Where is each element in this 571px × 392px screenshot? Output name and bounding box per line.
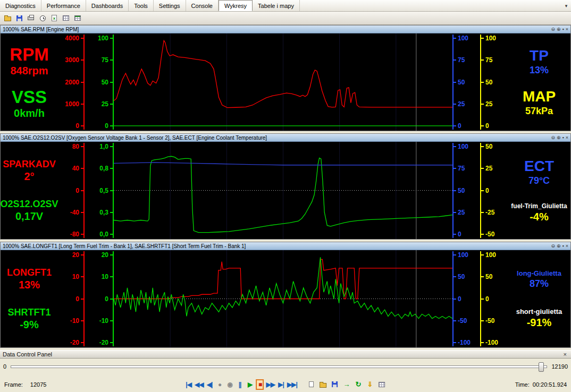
record-button[interactable]: ◉: [226, 380, 234, 389]
param-short-giulietta: short-giulietta -91%: [516, 308, 562, 328]
tab-tools[interactable]: Tools: [129, 0, 154, 11]
plot-area[interactable]: [114, 142, 452, 239]
skip-start-button[interactable]: |◀: [184, 380, 192, 389]
chart-title-icons: ⊖⊕▪×: [551, 134, 568, 141]
save-log-icon[interactable]: [330, 380, 340, 389]
tick-label: -20: [70, 339, 79, 346]
table-icon[interactable]: [72, 13, 83, 23]
toolbar-icons: [0, 12, 571, 25]
right-parameter-labels: ECT 79°C fuel-Trim_Giulietta -4%: [508, 142, 570, 239]
axis-line: [480, 251, 481, 346]
axis-map: 1007550250: [480, 33, 508, 131]
tick-label: -50: [485, 317, 494, 325]
zoom-in-icon[interactable]: ⊕: [557, 243, 561, 250]
tab-settings[interactable]: Settings: [154, 0, 186, 11]
open-log-icon: [320, 383, 326, 388]
print-icon[interactable]: [26, 13, 36, 23]
param-ect: ECT 79°C: [524, 159, 554, 185]
record-off-button[interactable]: ●: [216, 380, 224, 389]
chart-title-bar[interactable]: 1000% SAE.LONGFT1 [Long Term Fuel Trim -…: [1, 242, 570, 250]
data-table-icon: [379, 382, 385, 387]
axis-line: [452, 251, 454, 346]
pin-icon[interactable]: ▪: [562, 243, 564, 250]
close-icon[interactable]: ×: [562, 351, 568, 357]
skip-end-button[interactable]: ▶▶|: [287, 380, 297, 389]
param-sparkadv: SPARKADV 2°: [3, 159, 56, 182]
play-button[interactable]: ▶: [246, 380, 254, 389]
tick-label: 0: [75, 122, 79, 130]
timeline-slider[interactable]: [11, 365, 547, 368]
tab-console[interactable]: Console: [186, 0, 219, 11]
tick-label: 100: [458, 251, 468, 259]
clock-icon[interactable]: [37, 13, 48, 23]
tick-label: 25: [458, 209, 465, 216]
tick-label: 2000: [65, 79, 79, 86]
fast-forward-button[interactable]: ▶▶: [266, 380, 275, 389]
excel-export-icon[interactable]: [49, 13, 60, 23]
param-name: fuel-Trim_Giulietta: [511, 203, 567, 209]
tab-performance[interactable]: Performance: [41, 0, 86, 11]
pause-button[interactable]: ||: [236, 380, 244, 389]
right-parameter-labels: TP 13% MAP 57kPa: [508, 33, 570, 131]
tick-label: 0: [105, 295, 108, 303]
chart-title-bar[interactable]: 1000% SAE.RPM [Engine RPM] ⊖⊕▪×: [1, 25, 570, 33]
open-file-icon[interactable]: [2, 13, 13, 23]
tab-dashboards[interactable]: Dashboards: [86, 0, 129, 11]
open-log-icon[interactable]: [318, 380, 328, 389]
close-icon[interactable]: ×: [566, 243, 568, 250]
grid-icon[interactable]: [61, 13, 71, 23]
axis-ect: 1007550250: [452, 142, 480, 239]
tick-label: 0: [485, 295, 489, 303]
export-icon[interactable]: →: [342, 380, 351, 389]
chart-title-bar[interactable]: 1000% SAE.O2S12.O2SV [Oxygen Sensor Volt…: [1, 134, 570, 142]
save-icon[interactable]: [14, 13, 24, 23]
zoom-in-icon[interactable]: ⊕: [557, 134, 561, 141]
zoom-out-icon[interactable]: ⊖: [551, 26, 555, 33]
param-name: SHRTFT1: [8, 308, 51, 317]
tick-label: -100: [458, 339, 471, 346]
data-table-icon[interactable]: [377, 380, 387, 389]
param-value: 848rpm: [10, 65, 48, 76]
zoom-out-icon[interactable]: ⊖: [551, 134, 555, 141]
tab-wykresy[interactable]: Wykresy: [219, 0, 253, 11]
left-parameter-labels: RPM 848rpm VSS 0km/h: [1, 33, 58, 131]
plot-area[interactable]: [114, 33, 452, 131]
refresh-icon[interactable]: ↻: [354, 380, 363, 389]
step-forward-button[interactable]: ▶|: [277, 380, 285, 389]
tick-label: -50: [458, 317, 467, 325]
new-log-icon[interactable]: [307, 380, 316, 389]
clock-icon: [40, 15, 46, 21]
tab-tabele-i-mapy[interactable]: Tabele i mapy: [253, 0, 300, 11]
param-o2s12: O2S12.O2SV 0,17V: [0, 199, 58, 221]
close-icon[interactable]: ×: [566, 134, 568, 141]
tick-label: -40: [70, 209, 79, 216]
chart-title-icons: ⊖⊕▪×: [551, 243, 568, 250]
axis-line: [480, 143, 481, 238]
tick-label: 0,8: [99, 165, 108, 172]
zoom-in-icon[interactable]: ⊕: [557, 26, 561, 33]
param-tp: TP 13%: [530, 48, 549, 75]
plot-area[interactable]: [114, 250, 452, 347]
rewind-button[interactable]: ◀◀: [195, 380, 203, 389]
axis-sparkadv: 80400-40-80: [58, 142, 85, 239]
tick-label: 0: [485, 187, 489, 194]
param-value: 13%: [19, 279, 40, 290]
download-icon[interactable]: ⇓: [365, 380, 375, 389]
tick-label: 25: [458, 100, 465, 108]
chart-title: 1000% SAE.O2S12.O2SV [Oxygen Sensor Volt…: [3, 135, 551, 141]
tick-label: 75: [458, 56, 465, 64]
stop-button[interactable]: ■: [256, 379, 264, 390]
tick-label: 1000: [65, 100, 79, 108]
step-back-button[interactable]: ◀|: [206, 380, 214, 389]
tick-label: 50: [485, 143, 492, 150]
chevron-down-icon[interactable]: ▾: [561, 0, 571, 11]
param-value: 87%: [530, 279, 549, 288]
tab-diagnostics[interactable]: Diagnostics: [0, 0, 41, 11]
pin-icon[interactable]: ▪: [562, 134, 564, 141]
close-icon[interactable]: ×: [566, 26, 568, 33]
tick-label: 0,3: [99, 209, 108, 216]
timeline-slider-thumb[interactable]: [539, 362, 544, 372]
pin-icon[interactable]: ▪: [562, 26, 564, 33]
zoom-out-icon[interactable]: ⊖: [551, 243, 555, 250]
tick-label: 50: [485, 273, 492, 280]
